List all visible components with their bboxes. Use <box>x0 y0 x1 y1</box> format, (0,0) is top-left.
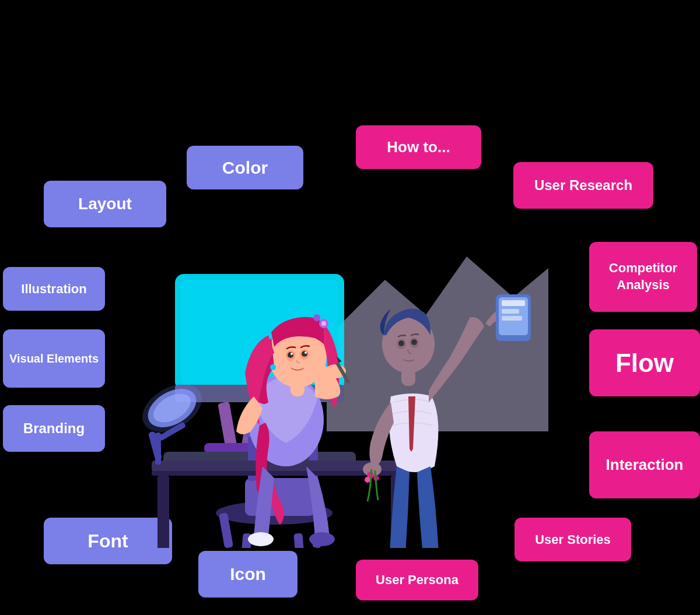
illustration-container <box>105 93 560 548</box>
interaction-label: Interaction <box>606 456 684 474</box>
svg-rect-47 <box>502 309 519 314</box>
svg-point-42 <box>411 339 417 345</box>
branding-label: Branding <box>23 420 85 437</box>
svg-rect-3 <box>218 402 237 449</box>
flow-tag[interactable]: Flow <box>589 329 700 396</box>
svg-point-28 <box>270 364 276 370</box>
icon-label: Icon <box>230 564 266 584</box>
competitor-analysis-tag[interactable]: Competitor Analysis <box>589 242 697 312</box>
interaction-tag[interactable]: Interaction <box>589 431 700 498</box>
flow-label: Flow <box>615 349 674 378</box>
visual-elements-label: Visual Elements <box>9 351 99 366</box>
svg-rect-46 <box>502 300 525 306</box>
visual-elements-tag[interactable]: Visual Elements <box>3 329 105 388</box>
svg-rect-29 <box>290 379 304 396</box>
illustration-tag[interactable]: Illustration <box>3 267 105 311</box>
svg-point-25 <box>302 351 307 357</box>
svg-rect-15 <box>293 533 304 548</box>
user-persona-label: User Persona <box>376 572 459 588</box>
svg-point-33 <box>248 532 274 546</box>
illustration-label: Illustration <box>21 282 86 297</box>
svg-rect-43 <box>401 368 415 386</box>
svg-point-26 <box>290 353 293 355</box>
svg-point-52 <box>365 477 370 483</box>
svg-point-24 <box>288 352 293 358</box>
svg-point-41 <box>398 340 404 346</box>
svg-rect-18 <box>158 475 169 548</box>
svg-point-37 <box>313 314 320 321</box>
competitor-analysis-label: Competitor Analysis <box>589 260 697 293</box>
svg-point-34 <box>309 532 335 546</box>
branding-tag[interactable]: Branding <box>3 405 105 452</box>
icon-tag[interactable]: Icon <box>198 551 298 598</box>
user-persona-tag[interactable]: User Persona <box>356 560 478 600</box>
svg-point-27 <box>304 352 307 354</box>
svg-point-36 <box>321 321 326 326</box>
svg-rect-48 <box>502 316 522 321</box>
